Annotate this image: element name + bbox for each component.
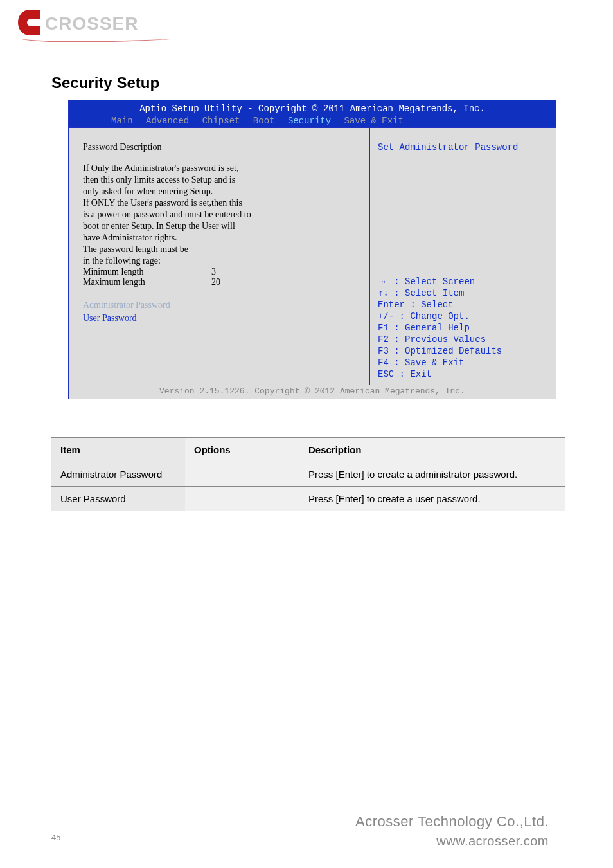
col-header-item: Item — [51, 438, 185, 462]
pwd-line: then this only limits access to Setup an… — [83, 174, 359, 186]
tab-security[interactable]: Security — [284, 116, 335, 126]
tab-save-exit[interactable]: Save & Exit — [341, 116, 407, 126]
key-hint: ↑↓ : Select Item — [378, 287, 502, 299]
key-hint: ESC : Exit — [378, 368, 502, 380]
table-header-row: Item Options Description — [51, 438, 565, 462]
document-page: CROSSER Security Setup Aptio Setup Utili… — [0, 0, 613, 868]
pwd-line: is a power on password and must be enter… — [83, 209, 359, 221]
max-length-label: Maximum length — [83, 277, 211, 287]
bios-header-line: Aptio Setup Utility - Copyright © 2011 A… — [69, 100, 556, 114]
footer-url: www.acrosser.com — [355, 834, 549, 849]
key-hint: +/- : Change Opt. — [378, 311, 502, 322]
admin-password-item[interactable]: Administrator Password — [83, 299, 359, 312]
pwd-line: If Only the Administrator's password is … — [83, 163, 359, 174]
key-help-block: →← : Select Screen ↑↓ : Select Item Ente… — [378, 276, 502, 380]
context-help-text: Set Administrator Password — [378, 142, 548, 152]
pwd-line: have Administrator rights. — [83, 232, 359, 244]
bios-left-pane: Password Description If Only the Adminis… — [69, 128, 369, 385]
key-hint: F4 : Save & Exit — [378, 357, 502, 368]
min-length-value: 3 — [211, 267, 216, 277]
key-hint: F2 : Previous Values — [378, 334, 502, 345]
col-header-description: Description — [299, 438, 565, 462]
table-row: Administrator Password Press [Enter] to … — [51, 462, 565, 487]
cell-item: Administrator Password — [51, 462, 185, 487]
page-number: 45 — [51, 833, 60, 842]
max-length-row: Maximum length 20 — [83, 277, 359, 287]
tab-boot[interactable]: Boot — [249, 116, 279, 126]
cell-description: Press [Enter] to create a user password. — [299, 487, 565, 511]
tab-chipset[interactable]: Chipset — [199, 116, 244, 126]
password-description-body: If Only the Administrator's password is … — [83, 163, 359, 267]
cell-options — [185, 462, 299, 487]
acrosser-logo: CROSSER — [14, 6, 188, 51]
svg-text:CROSSER: CROSSER — [45, 14, 138, 33]
bios-right-pane: Set Administrator Password →← : Select S… — [369, 128, 556, 385]
pwd-line: in the following rage: — [83, 255, 359, 267]
key-hint: F3 : Optimized Defaults — [378, 345, 502, 357]
bios-footer-line: Version 2.15.1226. Copyright © 2012 Amer… — [69, 385, 556, 399]
key-hint: F1 : General Help — [378, 322, 502, 334]
bios-tabbar: Main Advanced Chipset Boot Security Save… — [69, 114, 556, 127]
key-hint: Enter : Select — [378, 299, 502, 311]
tab-advanced[interactable]: Advanced — [142, 116, 193, 126]
max-length-value: 20 — [211, 277, 220, 287]
key-hint: →← : Select Screen — [378, 276, 502, 287]
password-description-title: Password Description — [83, 142, 359, 152]
page-footer: Acrosser Technology Co.,Ltd. www.acrosse… — [355, 813, 549, 849]
pwd-line: only asked for when entering Setup. — [83, 186, 359, 197]
table-row: User Password Press [Enter] to create a … — [51, 487, 565, 511]
min-length-row: Minimum length 3 — [83, 267, 359, 277]
user-password-item[interactable]: User Password — [83, 312, 359, 325]
pwd-line: If ONLY the User's password is set,then … — [83, 197, 359, 209]
cell-description: Press [Enter] to create a administrator … — [299, 462, 565, 487]
tab-main[interactable]: Main — [107, 116, 137, 126]
min-length-label: Minimum length — [83, 267, 211, 277]
pwd-line: boot or enter Setup. In Setup the User w… — [83, 221, 359, 232]
parameter-table: Item Options Description Administrator P… — [51, 437, 565, 511]
bios-setup-screenshot: Aptio Setup Utility - Copyright © 2011 A… — [68, 100, 556, 399]
cell-options — [185, 487, 299, 511]
section-title: Security Setup — [51, 74, 159, 92]
pwd-line: The password length must be — [83, 244, 359, 255]
footer-company: Acrosser Technology Co.,Ltd. — [355, 813, 549, 830]
col-header-options: Options — [185, 438, 299, 462]
cell-item: User Password — [51, 487, 185, 511]
